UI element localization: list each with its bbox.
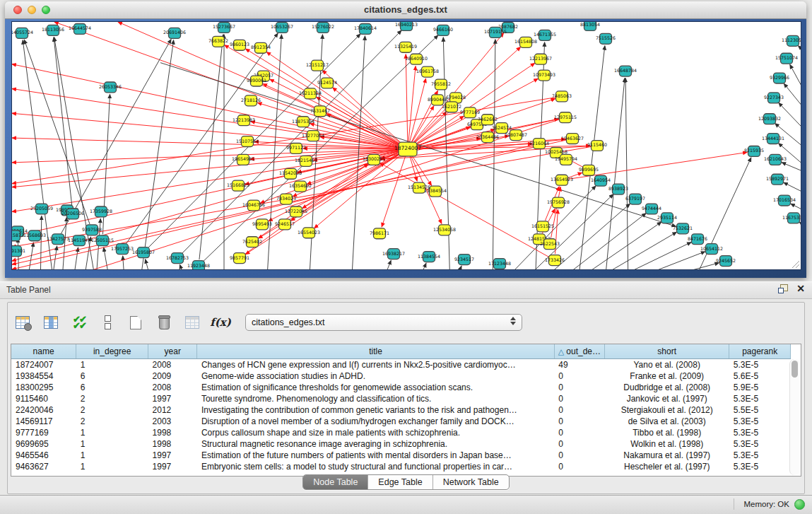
graph-node[interactable]: 13654923	[551, 175, 573, 185]
graph-node[interactable]: 6216064	[529, 139, 549, 149]
graph-node[interactable]: 9474444	[642, 204, 661, 214]
graph-edge[interactable]	[690, 158, 751, 269]
graph-node[interactable]: 11325419	[394, 42, 417, 52]
graph-node[interactable]: 1733426	[545, 255, 565, 266]
table-row[interactable]: 969969511998Structural magnetic resonanc…	[11, 438, 791, 450]
graph-node[interactable]: 12213983	[233, 115, 255, 126]
graph-node[interactable]: 9234517	[454, 255, 474, 265]
graph-edge[interactable]	[266, 35, 281, 269]
graph-node[interactable]: 17123448	[488, 259, 511, 269]
graph-node[interactable]: 25205059	[30, 204, 53, 214]
graph-node[interactable]: 8938923	[608, 184, 628, 194]
table-select-dropdown[interactable]: citations_edges.txt	[245, 314, 522, 331]
graph-node[interactable]: 9329966	[770, 73, 789, 83]
graph-node[interactable]: 3915873	[12, 230, 24, 241]
graph-node[interactable]: 2522543	[540, 239, 560, 250]
graph-edge[interactable]	[12, 150, 401, 211]
graph-edge[interactable]	[12, 149, 401, 163]
graph-node[interactable]: 9115460	[587, 141, 607, 151]
graph-node[interactable]: 16644574	[69, 23, 91, 34]
graph-edge[interactable]	[568, 152, 747, 179]
graph-node[interactable]: 9860123	[230, 40, 249, 50]
graph-node[interactable]: 12505115	[91, 235, 114, 246]
table-row[interactable]: 1456911722003Disruption of a novel membe…	[11, 416, 791, 427]
graph-edge[interactable]	[40, 216, 42, 269]
float-window-icon[interactable]	[778, 284, 788, 293]
graph-edge[interactable]	[799, 222, 801, 230]
graph-node[interactable]: 16046756	[242, 200, 265, 211]
graph-edge[interactable]	[123, 256, 125, 269]
graph-node[interactable]: 10653267	[271, 22, 293, 33]
graph-node[interactable]: 9890061	[247, 76, 266, 86]
graph-edge[interactable]	[577, 46, 605, 269]
graph-node[interactable]: 9899695	[579, 165, 599, 175]
graph-edge[interactable]	[12, 145, 533, 269]
table-row[interactable]: 1830029562008Estimation of significance …	[11, 382, 791, 393]
column-edit-icon[interactable]	[42, 313, 60, 332]
graph-node[interactable]: 19495794	[555, 154, 577, 165]
graph-node[interactable]: 15273667	[213, 22, 235, 33]
graph-node[interactable]: 19756928	[547, 197, 570, 208]
table-row[interactable]: 946362711997Embryonic stem cells: a mode…	[11, 461, 791, 472]
graph-edge[interactable]	[604, 78, 625, 269]
graph-node[interactable]: 1640954	[591, 175, 611, 186]
graph-node[interactable]: 13427573	[47, 234, 69, 245]
graph-node[interactable]: 9895493	[252, 219, 272, 230]
column-header[interactable]: year	[148, 344, 197, 359]
selection-checks-icon[interactable]: ✔✔✔✔	[70, 313, 88, 332]
graph-node[interactable]: 9246517	[275, 219, 295, 230]
graph-node[interactable]: 11384554	[418, 252, 440, 262]
graph-node[interactable]: 7485063	[552, 91, 572, 102]
graph-node[interactable]: 18113056	[42, 25, 64, 35]
graph-node[interactable]: 15166825	[227, 180, 249, 191]
graph-edge[interactable]	[784, 83, 801, 107]
graph-node[interactable]: 17359928	[90, 206, 112, 217]
graph-node[interactable]: 16211324	[299, 88, 322, 99]
graph-node[interactable]: 19463627	[561, 134, 584, 144]
graph-node[interactable]: 12213967	[529, 54, 552, 64]
graph-node[interactable]: 13277054	[302, 131, 324, 141]
memory-ok-icon[interactable]	[794, 499, 805, 510]
graph-edge[interactable]	[199, 35, 223, 259]
graph-node[interactable]: 10654112	[700, 244, 723, 255]
graph-node[interactable]: 17016534	[773, 195, 796, 206]
graph-node[interactable]: 1621072	[442, 102, 461, 112]
graph-edge[interactable]	[415, 263, 426, 269]
graph-node[interactable]: 8391301	[12, 246, 25, 257]
column-header[interactable]: pagerank	[729, 344, 791, 359]
row-height-icon[interactable]	[98, 313, 117, 332]
graph-edge[interactable]	[564, 222, 661, 269]
graph-edge[interactable]	[12, 150, 401, 187]
graph-node[interactable]: 9397588	[82, 225, 102, 235]
graph-node[interactable]: 11923448	[187, 261, 210, 269]
graph-edge[interactable]	[379, 260, 391, 269]
table-row[interactable]: 2242004622012Investigating the contribut…	[11, 404, 791, 416]
tab-node-table[interactable]: Node Table	[303, 475, 368, 489]
graph-edge[interactable]	[412, 33, 504, 144]
graph-node[interactable]: 7515526	[596, 33, 616, 44]
graph-node[interactable]: 11568693	[23, 230, 46, 241]
graph-edge[interactable]	[408, 66, 416, 143]
graph-node[interactable]: 16151525	[531, 221, 554, 232]
graph-node[interactable]: 17840614	[354, 23, 377, 34]
graph-edge[interactable]	[791, 204, 801, 213]
graph-node[interactable]: 7834023	[276, 194, 296, 204]
scrollbar-thumb[interactable]	[792, 361, 798, 378]
graph-node[interactable]: 11123054	[782, 35, 801, 46]
graph-edge[interactable]	[412, 112, 446, 145]
graph-node[interactable]: 19654985	[232, 154, 254, 165]
graph-node[interactable]: 11542038	[279, 168, 302, 179]
column-header[interactable]: name	[11, 344, 76, 359]
graph-node[interactable]: 16940213	[395, 22, 418, 30]
graph-node[interactable]: 9971123	[286, 144, 306, 154]
graph-node[interactable]: 9124574	[317, 78, 337, 88]
graph-node[interactable]: 11875334	[292, 117, 314, 127]
graph-node[interactable]: 10807487	[505, 130, 527, 141]
graph-node[interactable]: 18215467	[295, 156, 317, 166]
table-row[interactable]: 1872400712008Changes of HCN gene express…	[11, 359, 791, 371]
graph-node[interactable]: 9777169	[460, 107, 480, 118]
graph-node[interactable]: 6379197	[625, 194, 645, 204]
graph-node[interactable]: 26053346	[99, 82, 122, 93]
graph-edge[interactable]	[798, 46, 801, 56]
graph-node[interactable]: 9466160	[433, 25, 453, 35]
